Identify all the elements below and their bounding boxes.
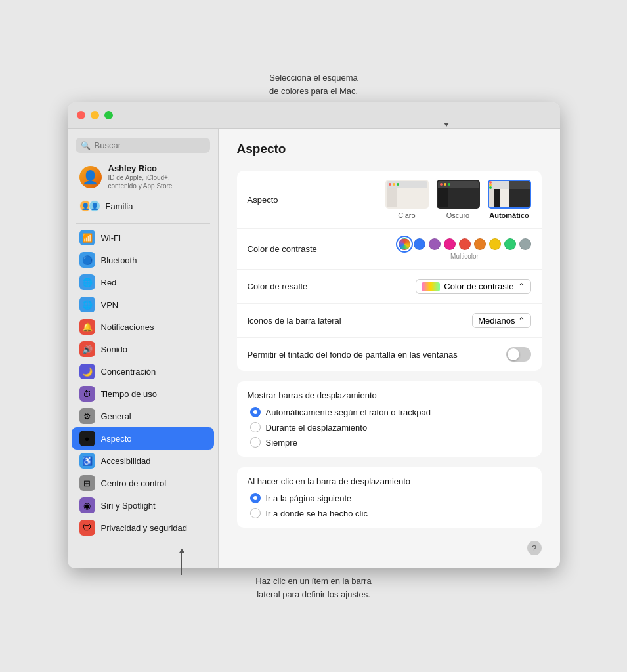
centro-icon: ⊞ [79, 475, 95, 491]
swatch-multicolor[interactable] [399, 238, 410, 250]
radio-label-always: Siempre [266, 438, 297, 448]
highlight-label: Color de resalte [248, 282, 308, 291]
sidebar-icons-dropdown[interactable]: Medianos ⌃ [472, 313, 530, 328]
sidebar-item-tiempo[interactable]: ⏱Tiempo de uso [72, 383, 214, 405]
sidebar-label-siri: Siri y Spotlight [101, 501, 156, 511]
sidebar-item-privacidad[interactable]: 🛡Privacidad y seguridad [72, 516, 214, 539]
maximize-button[interactable] [104, 111, 113, 119]
sidebar-item-notificaciones[interactable]: 🔔Notificaciones [72, 316, 214, 338]
swatch-4[interactable] [474, 238, 486, 250]
tintado-label: Permitir el tintado del fondo de pantall… [248, 350, 458, 360]
radio-circle-always [250, 437, 261, 448]
familia-avatar-2: 👤 [89, 200, 100, 212]
appearance-automatico[interactable]: Automático [488, 180, 531, 219]
resalte-gradient [422, 282, 440, 291]
sidebar-icons-row: Iconos de la barra lateral Medianos ⌃ [237, 304, 542, 338]
tintado-toggle[interactable] [506, 347, 531, 362]
search-input[interactable] [95, 140, 205, 150]
sidebar-item-sonido[interactable]: 🔊Sonido [72, 338, 214, 360]
familia-section[interactable]: 👤 👤 Familia [72, 197, 214, 215]
sidebar-item-vpn[interactable]: 🌐VPN [72, 293, 214, 316]
sidebar-label-general: General [101, 411, 131, 421]
user-sub: ID de Apple, iCloud+,contenido y App Sto… [108, 173, 173, 190]
concentracion-icon: 🌙 [79, 364, 95, 379]
sidebar-item-general[interactable]: ⚙General [72, 405, 214, 427]
accesibilidad-icon: ♿ [79, 453, 95, 469]
swatch-0[interactable] [414, 238, 425, 250]
contrast-row: Color de contraste Multicolor [237, 229, 542, 270]
notificaciones-icon: 🔔 [79, 319, 95, 335]
sidebar-label-sonido: Sonido [101, 345, 127, 354]
sidebar: 🔍 👤 Ashley Rico ID de Apple, iCloud+,con… [68, 129, 219, 568]
radio-during[interactable]: Durante el desplazamiento [250, 422, 531, 432]
scroll-click-options: Ir a la página siguienteIr a donde se ha… [248, 493, 531, 518]
familia-icons: 👤 👤 [79, 200, 100, 212]
sidebar-icons-chevron: ⌃ [518, 316, 525, 326]
aspecto-icon: ● [79, 430, 95, 446]
highlight-chevron: ⌃ [518, 282, 525, 291]
close-button[interactable] [77, 111, 85, 119]
sidebar-item-bluetooth[interactable]: 🔵Bluetooth [72, 249, 214, 271]
sonido-icon: 🔊 [79, 341, 95, 357]
wifi-icon: 📶 [79, 230, 95, 245]
contrast-label: Color de contraste [248, 244, 317, 254]
sidebar-label-concentracion: Concentración [101, 367, 156, 377]
scroll-bars-title: Mostrar barras de desplazamiento [248, 390, 531, 400]
appearance-row: Aspecto [237, 171, 542, 229]
swatch-1[interactable] [429, 238, 441, 250]
radio-circle-click-next [250, 493, 261, 503]
sidebar-label-centro: Centro de control [101, 478, 167, 488]
radio-click-next[interactable]: Ir a la página siguiente [250, 493, 531, 503]
familia-label: Familia [106, 201, 133, 211]
appearance-oscuro[interactable]: Oscuro [437, 180, 480, 219]
radio-label-during: Durante el desplazamiento [266, 423, 368, 432]
appearance-claro[interactable]: Claro [385, 180, 429, 219]
highlight-value: Color de contraste [444, 282, 513, 291]
sidebar-item-accesibilidad[interactable]: ♿Accesibilidad [72, 450, 214, 472]
bluetooth-icon: 🔵 [79, 252, 95, 268]
sidebar-item-concentracion[interactable]: 🌙Concentración [72, 360, 214, 383]
color-swatches-container: Multicolor [399, 238, 531, 260]
annotation-top: Selecciona el esquema de colores para el… [84, 72, 544, 97]
general-icon: ⚙ [79, 408, 95, 424]
radio-auto[interactable]: Automáticamente según el ratón o trackpa… [250, 407, 531, 417]
sidebar-label-red: Red [101, 278, 117, 287]
highlight-dropdown[interactable]: Color de contraste ⌃ [416, 279, 530, 294]
scroll-click-title: Al hacer clic en la barra de desplazamie… [248, 476, 531, 486]
sidebar-item-red[interactable]: 🌐Red [72, 271, 214, 293]
user-info: Ashley Rico ID de Apple, iCloud+,conteni… [108, 163, 173, 190]
search-container: 🔍 [68, 135, 218, 159]
user-section[interactable]: 👤 Ashley Rico ID de Apple, iCloud+,conte… [72, 159, 214, 194]
avatar: 👤 [79, 166, 102, 188]
radio-always[interactable]: Siempre [250, 437, 531, 448]
radio-circle-during [250, 422, 261, 432]
help-button[interactable]: ? [527, 541, 542, 555]
privacidad-icon: 🛡 [79, 520, 95, 536]
sidebar-label-aspecto: Aspecto [101, 434, 132, 444]
swatch-2[interactable] [444, 238, 456, 250]
radio-circle-click-here [250, 508, 261, 518]
radio-label-click-here: Ir a donde se ha hecho clic [266, 509, 368, 518]
sidebar-item-aspecto[interactable]: ●Aspecto [72, 427, 214, 450]
sidebar-icons-label: Iconos de la barra lateral [248, 316, 341, 326]
minimize-button[interactable] [91, 111, 99, 119]
thumb-claro-img [385, 180, 429, 209]
sidebar-label-notificaciones: Notificaciones [101, 322, 154, 332]
sidebar-item-wifi[interactable]: 📶Wi-Fi [72, 226, 214, 249]
divider-1 [76, 223, 210, 224]
swatch-3[interactable] [459, 238, 471, 250]
sidebar-item-centro[interactable]: ⊞Centro de control [72, 472, 214, 494]
sidebar-label-vpn: VPN [101, 300, 119, 310]
highlight-row: Color de resalte Color de contraste ⌃ [237, 270, 542, 304]
swatch-6[interactable] [504, 238, 516, 250]
sidebar-label-wifi: Wi-Fi [101, 233, 121, 243]
radio-circle-auto [250, 407, 261, 417]
radio-click-here[interactable]: Ir a donde se ha hecho clic [250, 508, 531, 518]
sidebar-label-tiempo: Tiempo de uso [101, 389, 158, 399]
swatch-5[interactable] [489, 238, 501, 250]
sidebar-item-siri[interactable]: ◉Siri y Spotlight [72, 494, 214, 516]
tiempo-icon: ⏱ [79, 386, 95, 402]
appearance-section: Aspecto [237, 171, 542, 371]
siri-icon: ◉ [79, 497, 95, 513]
swatch-7[interactable] [519, 238, 531, 250]
